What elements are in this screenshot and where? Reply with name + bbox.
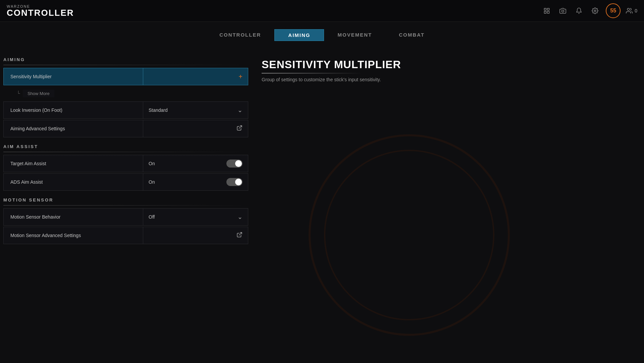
level-badge[interactable]: 55 [606, 3, 621, 18]
ads-aim-assist-label: ADS Aim Assist [4, 179, 143, 185]
section-aiming-divider [3, 65, 248, 65]
row-motion-sensor-behavior[interactable]: Motion Sensor Behavior Off ⌄ [3, 208, 248, 226]
level-number: 55 [610, 8, 616, 14]
svg-line-7 [239, 126, 242, 128]
svg-rect-2 [544, 11, 546, 13]
nav-bar: CONTROLLER AIMING MOVEMENT COMBAT [0, 22, 644, 45]
tab-combat[interactable]: COMBAT [385, 29, 438, 42]
section-motion-sensor-label: MOTION SENSOR [3, 197, 248, 202]
right-panel-title: Sensitivity Multiplier [262, 58, 631, 74]
motion-sensor-behavior-current: Off [149, 214, 155, 220]
camera-icon[interactable] [557, 5, 568, 16]
motion-sensor-behavior-chevron-icon[interactable]: ⌄ [237, 213, 243, 221]
look-inversion-value: Standard ⌄ [143, 102, 248, 119]
plus-icon[interactable]: + [238, 73, 243, 81]
section-aim-assist-divider [3, 152, 248, 152]
sub-arrow-icon: └ [17, 91, 20, 96]
svg-rect-0 [544, 8, 546, 10]
ads-aim-assist-toggle[interactable] [226, 178, 243, 186]
tab-aiming[interactable]: AIMING [274, 29, 324, 41]
row-ads-aim-assist[interactable]: ADS Aim Assist On [3, 173, 248, 191]
svg-point-6 [627, 8, 630, 11]
motion-sensor-behavior-value: Off ⌄ [143, 209, 248, 225]
target-aim-assist-current: On [149, 161, 155, 166]
target-aim-assist-knob [235, 160, 242, 167]
aiming-advanced-label: Aiming Advanced Settings [4, 126, 143, 131]
svg-rect-1 [547, 8, 549, 10]
svg-line-8 [239, 232, 242, 235]
motion-sensor-advanced-label: Motion Sensor Advanced Settings [4, 233, 143, 238]
look-inversion-chevron-icon[interactable]: ⌄ [237, 106, 243, 114]
section-motion-sensor-divider [3, 205, 248, 206]
show-more-row[interactable]: └ Show More [3, 86, 248, 100]
friends-count: 0 [635, 8, 637, 13]
header: WARZONE CONTROLLER [0, 0, 644, 22]
settings-panel: AIMING Sensitivity Multiplier + └ Show M… [3, 52, 248, 245]
look-inversion-current: Standard [149, 107, 168, 113]
target-aim-assist-toggle[interactable] [226, 160, 243, 168]
motion-sensor-advanced-external-icon[interactable] [236, 232, 243, 239]
app-logo: WARZONE CONTROLLER [7, 5, 74, 17]
friends-badge[interactable]: 0 [626, 7, 637, 14]
aiming-advanced-external-icon[interactable] [236, 125, 243, 132]
header-icons: 55 0 [541, 3, 637, 18]
svg-rect-3 [547, 11, 549, 13]
aiming-advanced-value [143, 120, 248, 137]
right-panel: Sensitivity Multiplier Group of settings… [248, 52, 644, 245]
ads-aim-assist-value: On [143, 174, 248, 190]
gear-icon[interactable] [590, 5, 600, 16]
grid-icon[interactable] [541, 5, 552, 16]
bell-icon[interactable] [574, 5, 584, 16]
target-aim-assist-value: On [143, 155, 248, 172]
svg-point-5 [594, 10, 596, 12]
row-look-inversion[interactable]: Look Inversion (On Foot) Standard ⌄ [3, 101, 248, 119]
target-aim-assist-label: Target Aim Assist [4, 161, 143, 166]
main-content: AIMING Sensitivity Multiplier + └ Show M… [0, 45, 644, 245]
row-sensitivity-multiplier[interactable]: Sensitivity Multiplier + [3, 68, 248, 85]
look-inversion-label: Look Inversion (On Foot) [4, 107, 143, 113]
show-more-button[interactable]: Show More [23, 90, 54, 97]
motion-sensor-behavior-label: Motion Sensor Behavior [4, 214, 143, 220]
ads-aim-assist-current: On [149, 179, 155, 185]
motion-sensor-advanced-value [143, 227, 248, 244]
svg-point-4 [562, 10, 564, 12]
row-target-aim-assist[interactable]: Target Aim Assist On [3, 155, 248, 172]
tab-controller[interactable]: CONTROLLER [206, 29, 274, 42]
sensitivity-multiplier-label: Sensitivity Multiplier [4, 74, 143, 79]
right-panel-description: Group of settings to customize the stick… [262, 77, 631, 82]
section-aim-assist-label: AIM ASSIST [3, 144, 248, 149]
sensitivity-multiplier-value: + [143, 68, 248, 85]
row-motion-sensor-advanced[interactable]: Motion Sensor Advanced Settings [3, 227, 248, 244]
tab-movement[interactable]: MOVEMENT [324, 29, 385, 42]
row-aiming-advanced[interactable]: Aiming Advanced Settings [3, 120, 248, 137]
ads-aim-assist-knob [235, 179, 242, 185]
logo-title: CONTROLLER [7, 8, 74, 17]
section-aiming-label: AIMING [3, 57, 248, 62]
